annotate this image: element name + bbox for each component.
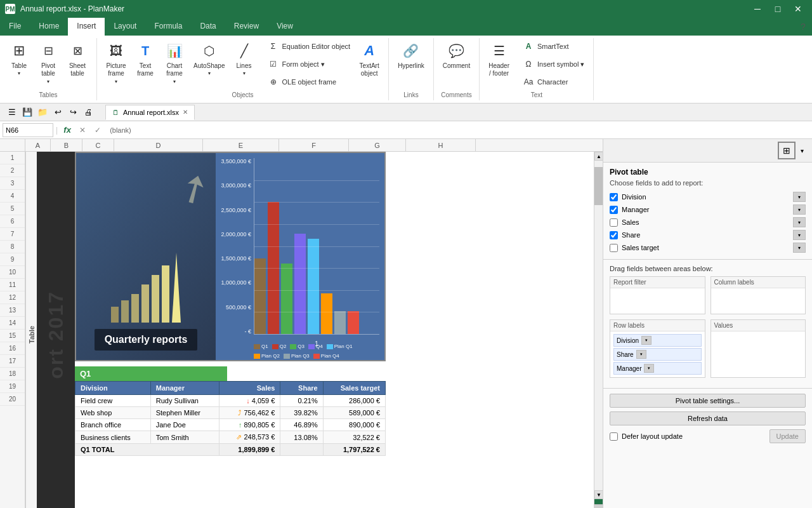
file-tab-close[interactable]: ✕ (183, 109, 188, 116)
col-header-f[interactable]: F (279, 139, 349, 151)
row-6[interactable]: 6 (0, 215, 25, 228)
minimize-button[interactable]: ─ (749, 0, 766, 18)
hyperlink-button[interactable]: 🔗 Hyperlink (394, 38, 428, 72)
scroll-up-btn[interactable]: ▲ (594, 152, 603, 161)
col-header-d[interactable]: D (114, 139, 203, 151)
col-header-b[interactable]: B (51, 139, 82, 151)
file-tab-annual[interactable]: 🗒 Annual report.xlsx ✕ (105, 105, 195, 120)
pivot-settings-button[interactable]: Pivot table settings... (610, 394, 806, 408)
tab-view[interactable]: View (268, 18, 302, 36)
header-footer-button[interactable]: ☰ Header/ footer (485, 38, 513, 80)
defer-layout-checkbox[interactable] (610, 432, 618, 441)
scroll-down-btn[interactable]: ▼ (594, 490, 603, 499)
pivot-table-button[interactable]: ⊟ Pivottable ▾ (34, 38, 62, 87)
form-object-button[interactable]: ☑ Form object ▾ (263, 56, 355, 72)
tab-formula[interactable]: Formula (145, 18, 191, 36)
vertical-scrollbar[interactable]: ▲ ▼ (594, 152, 603, 508)
row-11[interactable]: 11 (0, 279, 25, 291)
manager-arrow[interactable]: ▾ (793, 204, 806, 215)
sheet-table-button[interactable]: ⊠ Sheettable (63, 38, 91, 80)
row-1[interactable]: 1 (0, 152, 25, 164)
row-2[interactable]: 2 (0, 164, 25, 177)
undo-btn[interactable]: ↩ (51, 105, 65, 119)
side-panel-expand[interactable]: ▾ (796, 142, 808, 159)
scroll-thumb-v[interactable] (594, 167, 603, 205)
col-header-share: Share (280, 382, 323, 395)
redo-btn[interactable]: ↪ (66, 105, 80, 119)
row-manager-arrow[interactable]: ▾ (644, 364, 654, 373)
tab-review[interactable]: Review (225, 18, 268, 36)
comment-button[interactable]: 💬 Comment (439, 38, 474, 72)
chart-frame-button[interactable]: 📊 Chartframe ▾ (160, 38, 188, 87)
share-checkbox[interactable] (610, 231, 618, 239)
tab-file[interactable]: File (0, 18, 30, 36)
chart-container: ➚ Quarterly reports 3,500,000 € 3,000,00… (75, 152, 386, 361)
confirm-formula-icon[interactable]: ✓ (91, 123, 105, 137)
maximize-button[interactable]: □ (769, 0, 787, 18)
textart-button[interactable]: A TextArtobject (355, 38, 383, 80)
corner-cell[interactable] (0, 139, 25, 151)
total-row: Q1 TOTAL 1,899,899 € 1,797,522 € (75, 444, 386, 456)
row-division-arrow[interactable]: ▾ (641, 336, 652, 345)
tab-insert[interactable]: Insert (68, 18, 105, 36)
division-checkbox[interactable] (610, 193, 618, 201)
row-20[interactable]: 20 (0, 393, 25, 406)
close-button[interactable]: ✕ (789, 0, 807, 18)
col-header-a[interactable]: A (25, 139, 51, 151)
grid-content[interactable]: Table ort 2017 (25, 152, 603, 508)
cell-reference-input[interactable] (3, 123, 53, 137)
col-header-g[interactable]: G (349, 139, 406, 151)
ole-button[interactable]: ⊕ OLE object frame (263, 74, 355, 90)
row-16[interactable]: 16 (0, 342, 25, 355)
sales-arrow[interactable]: ▾ (793, 217, 806, 227)
table-button[interactable]: ⊞ Table ▾ (5, 38, 33, 79)
print-preview-btn[interactable]: 🖨 (81, 105, 95, 119)
save-quick-btn[interactable]: 💾 (20, 105, 34, 119)
tab-data[interactable]: Data (191, 18, 225, 36)
row-15[interactable]: 15 (0, 330, 25, 342)
insert-symbol-button[interactable]: Ω Insert symbol ▾ (518, 56, 588, 72)
menu-btn[interactable]: ☰ (5, 105, 19, 119)
row-5[interactable]: 5 (0, 203, 25, 215)
sales-target-arrow[interactable]: ▾ (793, 243, 806, 253)
row-12[interactable]: 12 (0, 291, 25, 304)
formula-input[interactable] (107, 125, 809, 135)
row-8[interactable]: 8 (0, 241, 25, 253)
character-button[interactable]: Aa Character (518, 74, 588, 90)
equation-editor-button[interactable]: Σ Equation Editor object (263, 38, 355, 55)
manager-checkbox[interactable] (610, 206, 618, 214)
picture-frame-button[interactable]: 🖼 Pictureframe ▾ (102, 38, 130, 87)
col-header-c[interactable]: C (82, 139, 114, 151)
row-4[interactable]: 4 (0, 190, 25, 203)
function-icon[interactable]: fx (60, 123, 74, 137)
refresh-data-button[interactable]: Refresh data (610, 411, 806, 425)
row-17[interactable]: 17 (0, 355, 25, 368)
row-19[interactable]: 19 (0, 380, 25, 393)
row-3[interactable]: 3 (0, 177, 25, 190)
row-share-arrow[interactable]: ▾ (636, 350, 646, 359)
col-header-e[interactable]: E (203, 139, 279, 151)
row-7[interactable]: 7 (0, 228, 25, 241)
pivot-grid-icon: ⊞ (778, 142, 796, 159)
cancel-formula-icon[interactable]: ✕ (75, 123, 89, 137)
col-header-h[interactable]: H (406, 139, 476, 151)
row-13[interactable]: 13 (0, 304, 25, 317)
open-quick-btn[interactable]: 📁 (36, 105, 49, 119)
row-10[interactable]: 10 (0, 266, 25, 279)
smarttext-button[interactable]: A SmartText (518, 38, 588, 55)
autoshape-button[interactable]: ⬡ AutoShape ▾ (190, 38, 229, 79)
ribbon-tab-bar: File Home Insert Layout Formula Data Rev… (0, 18, 812, 36)
share-arrow[interactable]: ▾ (793, 230, 806, 240)
row-14[interactable]: 14 (0, 317, 25, 330)
update-button[interactable]: Update (769, 429, 806, 443)
text-frame-button[interactable]: T Textframe (131, 38, 159, 80)
row-18[interactable]: 18 (0, 368, 25, 380)
lines-button[interactable]: ╱ Lines ▾ (230, 38, 258, 79)
row-9[interactable]: 9 (0, 253, 25, 266)
division-arrow[interactable]: ▾ (793, 192, 806, 202)
sales-checkbox[interactable] (610, 218, 618, 227)
help-button[interactable]: ? (794, 18, 812, 36)
sales-target-checkbox[interactable] (610, 244, 618, 252)
tab-home[interactable]: Home (30, 18, 68, 36)
tab-layout[interactable]: Layout (105, 18, 145, 36)
